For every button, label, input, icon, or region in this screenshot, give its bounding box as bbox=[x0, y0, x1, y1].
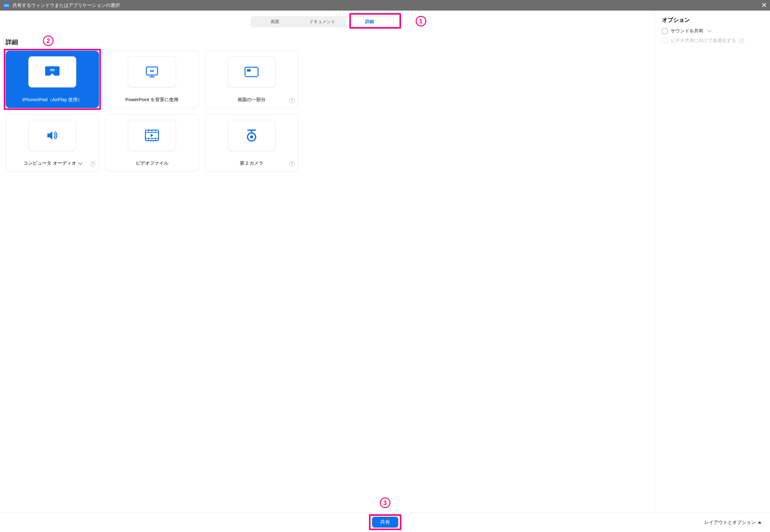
tab-document[interactable]: ドキュメント bbox=[299, 17, 346, 27]
annotation-3: 3 bbox=[380, 497, 390, 508]
chevron-down-icon[interactable] bbox=[78, 160, 83, 165]
card-label: ビデオファイル bbox=[136, 160, 168, 166]
info-icon[interactable]: ? bbox=[289, 98, 295, 103]
help-icon[interactable]: ? bbox=[739, 38, 744, 43]
option-label: サウンドを共有 bbox=[671, 28, 703, 34]
content-area: 画面 ドキュメント 詳細 1 詳細 2 bbox=[0, 11, 770, 512]
options-panel: オプション サウンドを共有 ビデオ共有に向けて最適化する ? bbox=[655, 11, 770, 512]
svg-marker-9 bbox=[47, 131, 52, 140]
webcam-icon bbox=[245, 129, 258, 142]
checkbox-icon[interactable] bbox=[662, 28, 668, 34]
tabs-container: 画面 ドキュメント 詳細 1 bbox=[6, 16, 649, 27]
chevron-down-icon[interactable] bbox=[708, 29, 711, 32]
svg-rect-7 bbox=[245, 67, 258, 77]
annotation-2: 2 bbox=[43, 35, 54, 46]
card-thumb bbox=[128, 120, 176, 151]
layout-and-options-button[interactable]: レイアウトとオプション bbox=[704, 519, 761, 525]
tabs: 画面 ドキュメント 詳細 bbox=[251, 16, 394, 27]
card-label: コンピュータ オーディオ bbox=[23, 160, 76, 166]
close-icon[interactable]: ✕ bbox=[761, 2, 767, 9]
card-label: iPhone/iPad（AirPlay 使用） bbox=[22, 97, 83, 103]
option-optimize-video: ビデオ共有に向けて最適化する ? bbox=[662, 38, 763, 44]
card-label: 画面の一部分 bbox=[238, 97, 266, 103]
card-second-camera[interactable]: 第 2 カメラ ? bbox=[205, 114, 298, 172]
svg-marker-6 bbox=[151, 70, 154, 72]
option-label: ビデオ共有に向けて最適化する bbox=[671, 38, 736, 44]
options-heading: オプション bbox=[662, 16, 763, 24]
triangle-up-icon bbox=[758, 521, 761, 523]
card-thumb bbox=[228, 120, 275, 151]
titlebar: zm 共有するウィンドウまたはアプリケーションの選択 ✕ bbox=[0, 0, 770, 11]
svg-point-23 bbox=[250, 135, 253, 139]
card-thumb bbox=[29, 120, 76, 151]
zoom-app-icon: zm bbox=[3, 2, 10, 8]
speaker-icon bbox=[45, 129, 59, 142]
card-iphone-ipad-airplay[interactable]: iPhone/iPad（AirPlay 使用） bbox=[6, 51, 99, 108]
checkbox-icon bbox=[662, 38, 668, 44]
card-powerpoint-background[interactable]: PowerPoint を背景に使用 bbox=[105, 51, 199, 108]
tab-advanced[interactable]: 詳細 bbox=[346, 17, 393, 27]
left-panel: 画面 ドキュメント 詳細 1 詳細 2 bbox=[0, 11, 655, 512]
presentation-icon bbox=[145, 66, 159, 78]
card-portion-of-screen[interactable]: 画面の一部分 ? bbox=[205, 51, 298, 108]
card-video-file[interactable]: ビデオファイル bbox=[105, 114, 199, 172]
annotation-1: 1 bbox=[416, 16, 426, 26]
footer: 3 共有 レイアウトとオプション bbox=[0, 512, 770, 532]
tab-screen[interactable]: 画面 bbox=[251, 17, 299, 27]
film-icon bbox=[145, 129, 159, 141]
card-thumb bbox=[228, 57, 275, 87]
card-label: 第 2 カメラ bbox=[240, 160, 264, 166]
screen-portion-icon bbox=[244, 67, 259, 77]
share-button[interactable]: 共有 bbox=[372, 517, 398, 528]
card-label: PowerPoint を背景に使用 bbox=[125, 97, 179, 103]
window-title: 共有するウィンドウまたはアプリケーションの選択 bbox=[12, 2, 120, 8]
svg-marker-19 bbox=[151, 134, 154, 137]
layout-options-label: レイアウトとオプション bbox=[704, 519, 756, 525]
airplay-icon bbox=[45, 66, 60, 78]
share-options-grid: iPhone/iPad（AirPlay 使用） PowerPoint を背景に使… bbox=[6, 51, 298, 172]
info-icon[interactable]: ? bbox=[289, 161, 295, 167]
section-heading-advanced: 詳細 bbox=[6, 38, 649, 46]
info-icon[interactable]: ? bbox=[90, 161, 96, 167]
card-computer-audio[interactable]: コンピュータ オーディオ ? bbox=[6, 114, 99, 172]
card-thumb bbox=[128, 57, 176, 87]
svg-rect-8 bbox=[247, 69, 251, 72]
option-share-sound[interactable]: サウンドを共有 bbox=[662, 28, 763, 34]
card-thumb bbox=[29, 57, 76, 87]
